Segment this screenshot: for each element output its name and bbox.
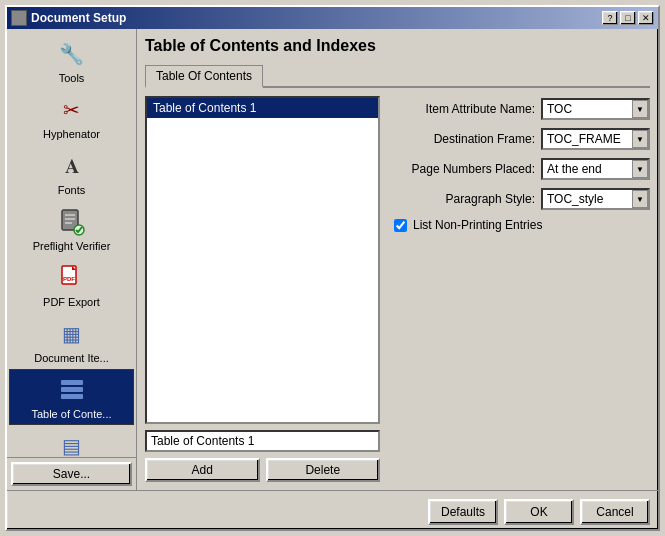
sections-icon: ▤ [56,430,88,457]
save-button[interactable]: Save... [11,462,132,486]
docitems-icon: ▦ [56,318,88,350]
tab-bar: Table Of Contents [145,63,650,88]
add-button[interactable]: Add [145,458,260,482]
dest-frame-row: Destination Frame: TOC_FRAME ▼ [390,128,650,150]
cancel-button[interactable]: Cancel [580,499,650,525]
window-icon [11,10,27,26]
help-button[interactable]: ? [602,11,618,25]
dest-frame-select-wrapper: TOC_FRAME ▼ [541,128,650,150]
delete-button[interactable]: Delete [266,458,381,482]
sidebar-item-toc[interactable]: Table of Conte... [9,369,134,425]
toc-list-item[interactable]: Table of Contents 1 [147,98,378,118]
sidebar-item-fonts[interactable]: 𝐀 Fonts [9,145,134,201]
svg-rect-9 [61,387,83,392]
sidebar-label-tools: Tools [59,72,85,84]
para-style-select[interactable]: TOC_style [541,188,650,210]
toc-icon [56,374,88,406]
page-numbers-select-wrapper: At the beginning At the end No page numb… [541,158,650,180]
para-style-label: Paragraph Style: [390,192,535,206]
hyphenator-icon: ✂ [56,94,88,126]
tab-content: Table of Contents 1 Add Delete Item Attr… [145,96,650,482]
non-printing-checkbox[interactable] [394,219,407,232]
fonts-icon: 𝐀 [56,150,88,182]
window-title: Document Setup [31,11,598,25]
page-numbers-label: Page Numbers Placed: [390,162,535,176]
toc-settings-panel: Item Attribute Name: TOC ▼ Destination F… [390,96,650,482]
pdf-icon: PDF [56,262,88,294]
item-attr-select-wrapper: TOC ▼ [541,98,650,120]
sidebar-item-docitems[interactable]: ▦ Document Ite... [9,313,134,369]
svg-rect-10 [61,394,83,399]
item-attr-select[interactable]: TOC [541,98,650,120]
bottom-bar: Defaults OK Cancel [7,490,658,529]
main-content: Table of Contents and Indexes Table Of C… [137,29,658,490]
preflight-icon [56,206,88,238]
main-title: Table of Contents and Indexes [145,37,650,55]
maximize-button[interactable]: □ [620,11,636,25]
title-bar-buttons: ? □ ✕ [602,11,654,25]
toc-buttons: Add Delete [145,458,380,482]
sidebar-label-hyphenator: Hyphenator [43,128,100,140]
checkbox-row: List Non-Printing Entries [390,218,650,232]
page-numbers-row: Page Numbers Placed: At the beginning At… [390,158,650,180]
dest-frame-label: Destination Frame: [390,132,535,146]
svg-rect-8 [61,380,83,385]
para-style-row: Paragraph Style: TOC_style ▼ [390,188,650,210]
svg-text:PDF: PDF [63,276,75,282]
sidebar-item-sections[interactable]: ▤ Sections [9,425,134,457]
title-bar: Document Setup ? □ ✕ [7,7,658,29]
sidebar-label-fonts: Fonts [58,184,86,196]
tab-toc[interactable]: Table Of Contents [145,65,263,88]
sidebar-item-pdf-export[interactable]: PDF PDF Export [9,257,134,313]
sidebar-label-preflight: Preflight Verifier [33,240,111,252]
sidebar-item-preflight[interactable]: Preflight Verifier [9,201,134,257]
ok-button[interactable]: OK [504,499,574,525]
toc-name-input[interactable] [145,430,380,452]
page-numbers-select[interactable]: At the beginning At the end No page numb… [541,158,650,180]
sidebar-label-toc: Table of Conte... [31,408,111,420]
toc-listbox[interactable]: Table of Contents 1 [145,96,380,424]
sidebar-label-pdf: PDF Export [43,296,100,308]
sidebar: 🔧 Tools ✂ Hyphenator 𝐀 Fonts [7,29,137,490]
dest-frame-select[interactable]: TOC_FRAME [541,128,650,150]
document-setup-window: Document Setup ? □ ✕ 🔧 Tools ✂ Hyphenato… [5,5,660,531]
tools-icon: 🔧 [56,38,88,70]
non-printing-label[interactable]: List Non-Printing Entries [413,218,542,232]
close-button[interactable]: ✕ [638,11,654,25]
para-style-select-wrapper: TOC_style ▼ [541,188,650,210]
sidebar-item-tools[interactable]: 🔧 Tools [9,33,134,89]
item-attr-label: Item Attribute Name: [390,102,535,116]
item-attr-row: Item Attribute Name: TOC ▼ [390,98,650,120]
sidebar-item-hyphenator[interactable]: ✂ Hyphenator [9,89,134,145]
toc-list-panel: Table of Contents 1 Add Delete [145,96,380,482]
sidebar-scroll[interactable]: 🔧 Tools ✂ Hyphenator 𝐀 Fonts [7,29,136,457]
sidebar-label-docitems: Document Ite... [34,352,109,364]
sidebar-bottom: Save... [7,457,136,490]
window-content: 🔧 Tools ✂ Hyphenator 𝐀 Fonts [7,29,658,490]
defaults-button[interactable]: Defaults [428,499,498,525]
